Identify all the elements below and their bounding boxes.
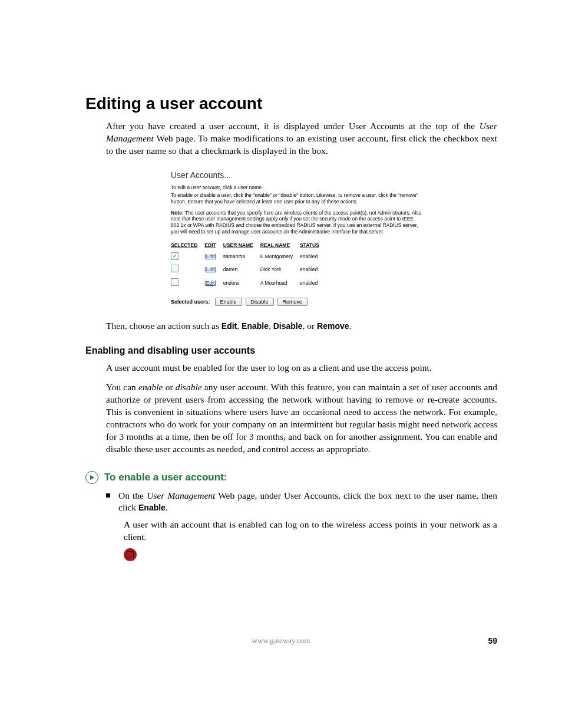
text: , or [303,321,318,331]
edit-link[interactable]: [Edit] [204,266,216,272]
figure-instruction-1: To edit a user account, click a user nam… [171,185,424,191]
page-number: 59 [488,636,497,645]
text-italic: disable [176,382,202,392]
text: , [237,321,242,331]
text: Then, choose an action such as [106,321,222,331]
cell-status: enabled [300,276,326,289]
text-italic: User Management [147,490,215,500]
cell-status: enabled [300,250,326,262]
selected-users-label: Selected users: [171,299,210,305]
users-table: SELECTED EDIT USER NAME REAL NAME STATUS… [171,241,326,289]
page-heading: Editing a user account [85,94,497,113]
table-row: [Edit] endora A Moorhead enabled [171,276,326,289]
bullet-item: On the User Management Web page, under U… [106,490,497,515]
user-accounts-figure: User Accounts... To edit a user account,… [171,170,424,306]
disable-button[interactable]: Disable [246,298,274,306]
text: any user account. With this feature, you… [106,382,497,454]
procedure-heading-row: To enable a user account: [85,471,497,484]
stop-icon-inner [127,551,134,558]
subheading-enable-disable: Enabling and disabling user accounts [85,345,497,356]
cell-realname: Dick York [260,262,300,276]
enable-paragraph-2: You can enable or disable any user accou… [106,381,497,456]
note-text: The user accounts that you specify here … [171,210,422,235]
col-status: STATUS [300,241,326,250]
text: You can [106,382,138,392]
bullet-sub-paragraph: A user with an account that is enabled c… [124,519,497,543]
square-bullet-icon [106,493,110,498]
figure-title: User Accounts... [171,170,424,180]
action-enable: Enable [242,321,269,331]
table-row: ✓ [Edit] samantha E Montgomery enabled [171,250,326,262]
edit-link[interactable]: [Edit] [204,280,216,286]
play-icon [85,471,98,484]
remove-button[interactable]: Remove [277,298,308,306]
table-header-row: SELECTED EDIT USER NAME REAL NAME STATUS [171,241,326,250]
enable-button[interactable]: Enable [215,298,242,306]
text-italic: enable [138,382,163,392]
footer-url: www.gateway.com [0,636,562,645]
intro-paragraph: After you have created a user account, i… [106,120,497,157]
col-username: USER NAME [223,241,260,250]
text: . [349,321,352,331]
enable-paragraph-1: A user account must be enabled for the u… [106,362,497,374]
note-label: Note: [171,210,184,216]
row-checkbox[interactable]: ✓ [171,252,178,260]
text: Web page. To make modifications to an ex… [106,133,497,156]
action-remove: Remove [317,321,349,331]
cell-realname: E Montgomery [260,250,300,262]
text: On the [118,490,147,500]
col-selected: SELECTED [171,241,204,250]
stop-icon [124,548,137,561]
edit-link[interactable]: [Edit] [204,253,216,259]
text: or [163,382,175,392]
selected-users-row: Selected users: Enable Disable Remove [171,298,424,306]
cell-username: darren [223,262,260,276]
procedure-title: To enable a user account: [104,472,227,483]
col-realname: REAL NAME [260,241,300,250]
text: After you have created a user account, i… [106,121,480,131]
cell-username: samantha [223,250,260,262]
figure-instruction-2: To enable or disable a user, click the "… [171,192,424,205]
cell-status: enabled [300,262,326,276]
svg-marker-0 [90,475,94,480]
cell-username: endora [223,276,260,289]
figure-note: Note: The user accounts that you specify… [171,210,424,235]
row-checkbox[interactable] [171,265,178,272]
col-edit: EDIT [204,241,223,250]
text: , [269,321,273,331]
cell-realname: A Moorhead [260,276,300,289]
action-enable: Enable [138,503,166,512]
after-figure-paragraph: Then, choose an action such as Edit, Ena… [106,320,497,332]
action-edit: Edit [222,321,237,331]
row-checkbox[interactable] [171,278,178,286]
table-row: [Edit] darren Dick York enabled [171,262,326,276]
action-disable: Disable [273,321,303,331]
bullet-text: On the User Management Web page, under U… [118,490,497,515]
text: . [166,502,168,512]
